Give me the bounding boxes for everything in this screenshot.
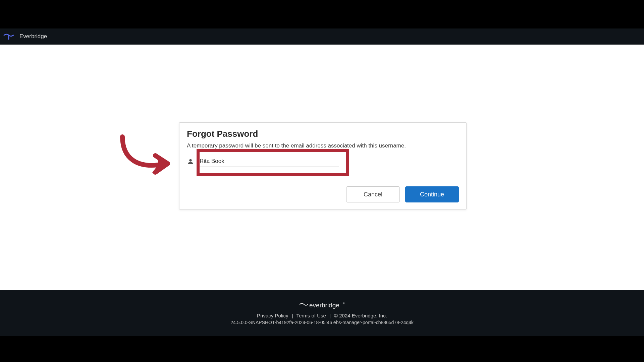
dialog-subtitle: A temporary password will be sent to the…: [187, 142, 459, 149]
svg-text:everbridge: everbridge: [309, 302, 339, 309]
brand-name: Everbridge: [19, 33, 47, 40]
continue-button[interactable]: Continue: [405, 186, 459, 202]
footer-separator: |: [329, 313, 331, 318]
footer-logo: everbridge ®: [299, 301, 345, 311]
privacy-policy-link[interactable]: Privacy Policy: [257, 313, 288, 318]
app-footer: everbridge ® Privacy Policy | Terms of U…: [0, 290, 644, 336]
footer-separator: |: [292, 313, 293, 318]
annotation-arrow-icon: [116, 130, 183, 184]
footer-links: Privacy Policy | Terms of Use | © 2024 E…: [257, 313, 387, 318]
everbridge-logo-icon: [3, 31, 15, 43]
dialog-buttons: Cancel Continue: [187, 186, 459, 202]
forgot-password-dialog: Forgot Password A temporary password wil…: [179, 122, 467, 209]
username-row: [187, 156, 459, 167]
svg-text:®: ®: [343, 302, 345, 305]
svg-point-0: [189, 159, 192, 161]
content-area: Forgot Password A temporary password wil…: [0, 45, 644, 290]
dialog-title: Forgot Password: [187, 129, 459, 139]
username-input[interactable]: [198, 156, 339, 167]
bottom-letterbox: [0, 336, 644, 362]
terms-of-use-link[interactable]: Terms of Use: [296, 313, 326, 318]
app-header: Everbridge: [0, 28, 644, 45]
top-letterbox: [0, 0, 644, 28]
user-icon: [187, 158, 194, 165]
cancel-button[interactable]: Cancel: [346, 186, 400, 202]
footer-copyright: © 2024 Everbridge, Inc.: [334, 313, 387, 318]
footer-build-info: 24.5.0.0-SNAPSHOT-b4192fa-2024-06-18-05:…: [230, 320, 414, 325]
